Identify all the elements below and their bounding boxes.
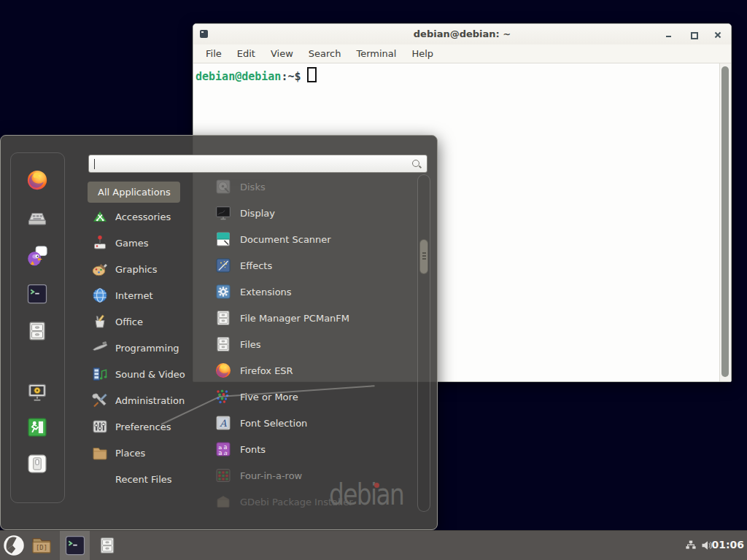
taskbar-clock[interactable]: 01:06	[711, 539, 744, 551]
terminal-scrollbar[interactable]	[719, 63, 731, 381]
terminal-menubar: File Edit View Search Terminal Help	[193, 44, 731, 63]
app-firefox-esr[interactable]: Firefox ESR	[209, 357, 416, 384]
taskbar: [D] 01:06	[0, 530, 747, 560]
administration-icon	[91, 392, 109, 409]
svg-text:a: a	[224, 450, 228, 456]
logout-icon[interactable]	[26, 416, 48, 438]
minimize-button[interactable]	[664, 31, 674, 39]
desktop: { "terminal": { "title": "debian@debian:…	[0, 0, 747, 560]
app-five-or-more[interactable]: Five or More	[209, 384, 416, 410]
svg-text:a: a	[219, 450, 222, 456]
games-icon	[91, 234, 109, 252]
category-places[interactable]: Places	[88, 440, 198, 466]
terminal-icon	[64, 534, 86, 556]
prompt-path: :~$	[281, 70, 301, 83]
grip-line	[422, 258, 426, 260]
file-manager-icon[interactable]	[26, 320, 48, 342]
application-menu: All Applications Accessories Games	[0, 135, 438, 530]
taskbar-terminal-button[interactable]	[60, 531, 90, 560]
font-selection-icon: A	[214, 414, 232, 432]
favorites-panel	[10, 152, 65, 503]
terminal-icon[interactable]	[26, 283, 48, 305]
search-icon	[411, 159, 422, 169]
places-icon	[91, 444, 109, 462]
svg-text:[D]: [D]	[36, 544, 47, 551]
debian-watermark-dot	[374, 483, 379, 488]
category-administration[interactable]: Administration	[88, 387, 198, 413]
menu-scrollbar[interactable]	[417, 174, 430, 512]
menu-edit[interactable]: Edit	[237, 48, 255, 59]
menu-scrollbar-thumb[interactable]	[419, 239, 428, 274]
terminal-cursor	[307, 67, 317, 82]
shutdown-icon[interactable]	[26, 453, 48, 475]
app-file-manager-pcmanfm[interactable]: File Manager PCManFM	[209, 305, 416, 331]
file-manager-icon	[214, 309, 232, 327]
debian-watermark: debian	[329, 477, 403, 512]
search-input[interactable]	[88, 155, 427, 173]
category-sound-video[interactable]: Sound & Video	[88, 361, 198, 387]
document-scanner-icon	[214, 230, 232, 248]
category-recent-files[interactable]: Recent Files	[88, 466, 198, 492]
preferences-icon	[91, 418, 109, 435]
prompt-user-host: debian@debian	[196, 70, 281, 83]
category-programming[interactable]: Programming	[88, 335, 198, 361]
terminal-titlebar[interactable]: debian@debian: ~	[193, 24, 731, 45]
office-icon	[91, 313, 109, 330]
category-list: Accessories Games Graphics	[88, 203, 198, 492]
disks-icon	[214, 178, 232, 195]
effects-icon	[214, 257, 232, 274]
app-files[interactable]: Files	[209, 331, 416, 357]
screensaver-icon[interactable]	[26, 381, 48, 403]
category-graphics[interactable]: Graphics	[88, 256, 198, 282]
menu-terminal[interactable]: Terminal	[356, 48, 396, 59]
gdebi-icon	[214, 493, 232, 510]
app-font-selection[interactable]: A Font Selection	[209, 410, 416, 436]
menu-logo-icon[interactable]	[3, 534, 25, 556]
files-icon	[214, 335, 232, 353]
category-internet[interactable]: Internet	[88, 282, 198, 308]
app-document-scanner[interactable]: Document Scanner	[209, 226, 416, 252]
graphics-icon	[91, 260, 109, 278]
category-office[interactable]: Office	[88, 308, 198, 335]
grip-line	[422, 252, 426, 254]
menu-view[interactable]: View	[271, 48, 293, 59]
firefox-icon[interactable]	[26, 169, 48, 191]
internet-icon	[91, 287, 109, 304]
software-icon[interactable]	[26, 207, 48, 229]
text-caret	[94, 159, 95, 169]
application-list: Disks Display Document Scanner	[209, 174, 416, 515]
network-icon[interactable]	[685, 540, 697, 551]
four-in-a-row-icon	[214, 467, 232, 484]
app-display[interactable]: Display	[209, 200, 416, 226]
app-effects[interactable]: Effects	[209, 252, 416, 279]
folder-icon[interactable]: [D]	[31, 534, 53, 556]
terminal-window-title: debian@debian: ~	[193, 28, 731, 39]
file-cabinet-icon[interactable]	[98, 536, 117, 555]
pidgin-icon[interactable]	[26, 245, 48, 267]
menu-help[interactable]: Help	[411, 48, 433, 59]
grip-line	[422, 255, 426, 257]
category-all-applications[interactable]: All Applications	[88, 182, 180, 203]
terminal-scrollbar-thumb[interactable]	[721, 66, 729, 377]
app-extensions[interactable]: Extensions	[209, 279, 416, 305]
app-fonts[interactable]: a a a a Fonts	[209, 436, 416, 462]
category-accessories[interactable]: Accessories	[88, 203, 198, 230]
firefox-icon	[214, 362, 232, 379]
accessories-icon	[91, 208, 109, 225]
app-disks[interactable]: Disks	[209, 174, 416, 200]
menu-file[interactable]: File	[206, 48, 222, 59]
sound-video-icon	[91, 365, 109, 383]
svg-text:A: A	[219, 418, 227, 429]
fonts-icon: a a a a	[214, 440, 232, 458]
extensions-icon	[214, 283, 232, 300]
category-games[interactable]: Games	[88, 230, 198, 256]
category-preferences[interactable]: Preferences	[88, 413, 198, 440]
programming-icon	[91, 339, 109, 357]
maximize-button[interactable]	[689, 31, 699, 39]
menu-search[interactable]: Search	[309, 48, 341, 59]
close-button[interactable]	[713, 31, 723, 39]
display-icon	[214, 204, 232, 222]
